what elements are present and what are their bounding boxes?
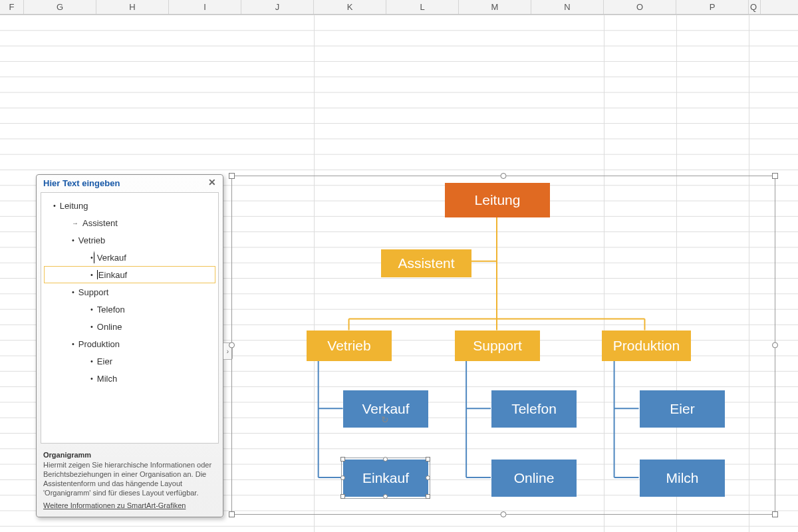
- text-pane-item-label: Eier: [97, 356, 112, 366]
- text-caret: [97, 270, 98, 279]
- text-pane-item-label: Milch: [97, 374, 117, 384]
- text-pane-list[interactable]: •Leitung→Assistent•Vetrieb•Verkauf•Einka…: [41, 192, 219, 444]
- column-header[interactable]: L: [386, 0, 459, 14]
- text-pane-item[interactable]: •Einkauf: [44, 266, 215, 283]
- rotate-handle[interactable]: ↻: [381, 414, 390, 424]
- resize-handle[interactable]: [229, 511, 235, 517]
- text-pane-item[interactable]: •Eier: [44, 352, 215, 370]
- org-node-verkauf[interactable]: Verkauf↻: [343, 390, 428, 428]
- selection-handle[interactable]: [426, 475, 430, 480]
- text-pane-item-label: Online: [97, 322, 122, 332]
- org-node-online[interactable]: Online: [491, 460, 577, 497]
- column-header[interactable]: M: [459, 0, 531, 14]
- text-pane-item-label: Telefon: [97, 305, 125, 315]
- text-pane-item[interactable]: •Leitung: [44, 197, 215, 214]
- text-pane-item[interactable]: •Milch: [44, 370, 215, 387]
- smartart-canvas[interactable]: Leitung Assistent Vetrieb Support Produk…: [231, 176, 775, 515]
- resize-handle[interactable]: [501, 173, 507, 179]
- column-header[interactable]: K: [314, 0, 386, 14]
- bullet-icon: •: [72, 236, 74, 244]
- org-node-einkauf[interactable]: Einkauf: [343, 460, 428, 497]
- bullet-icon: •: [90, 253, 93, 261]
- bullet-icon: •: [90, 374, 93, 382]
- text-pane-item[interactable]: •Online: [44, 318, 215, 335]
- column-header[interactable]: I: [169, 0, 241, 14]
- selection-handle[interactable]: [340, 457, 345, 462]
- org-node-vetrieb[interactable]: Vetrieb: [307, 331, 392, 361]
- text-pane-item-label: Leitung: [60, 201, 88, 211]
- description-link[interactable]: Weitere Informationen zu SmartArt-Grafik…: [43, 501, 186, 510]
- description-body: Hiermit zeigen Sie hierarchische Informa…: [43, 460, 216, 498]
- column-header[interactable]: O: [604, 0, 676, 14]
- column-header[interactable]: Q: [749, 0, 761, 14]
- resize-handle[interactable]: [772, 173, 778, 179]
- org-node-assistent[interactable]: Assistent: [381, 249, 471, 277]
- column-header[interactable]: G: [24, 0, 96, 14]
- smartart-text-pane[interactable]: Hier Text eingeben ✕ •Leitung→Assistent•…: [36, 174, 223, 517]
- org-node-eier[interactable]: Eier: [640, 390, 725, 428]
- text-pane-item[interactable]: →Assistent: [44, 214, 215, 231]
- resize-handle[interactable]: [229, 173, 235, 179]
- resize-handle[interactable]: [229, 342, 235, 348]
- selection-handle[interactable]: [383, 494, 388, 499]
- resize-handle[interactable]: [772, 511, 778, 517]
- resize-handle[interactable]: [501, 511, 507, 517]
- text-pane-item-label: Vetrieb: [78, 235, 105, 245]
- text-pane-item[interactable]: •Verkauf: [44, 249, 215, 266]
- bullet-icon: •: [90, 357, 93, 365]
- bullet-icon: •: [90, 305, 93, 313]
- selection-handle[interactable]: [426, 457, 430, 462]
- org-node-telefon[interactable]: Telefon: [491, 390, 577, 428]
- column-header[interactable]: N: [531, 0, 604, 14]
- org-node-support[interactable]: Support: [455, 331, 540, 361]
- org-node-leitung[interactable]: Leitung: [445, 183, 550, 217]
- text-pane-item-label: Verkauf: [97, 253, 126, 263]
- column-header[interactable]: H: [96, 0, 169, 14]
- column-header[interactable]: P: [676, 0, 749, 14]
- selection-handle[interactable]: [383, 457, 388, 462]
- column-headers: F G H I J K L M N O P Q: [0, 0, 798, 15]
- text-pane-item-label: Produktion: [78, 339, 120, 349]
- bullet-icon: •: [90, 271, 93, 279]
- description-title: Organigramm: [43, 450, 216, 460]
- selection-handle[interactable]: [340, 475, 345, 480]
- text-pane-item[interactable]: •Produktion: [44, 335, 215, 352]
- column-header[interactable]: F: [0, 0, 24, 14]
- text-pane-item[interactable]: •Vetrieb: [44, 231, 215, 249]
- text-pane-item-label: Assistent: [82, 218, 118, 228]
- text-pane-description: Organigramm Hiermit zeigen Sie hierarchi…: [37, 446, 223, 517]
- text-pane-title: Hier Text eingeben: [43, 178, 120, 188]
- text-pane-item[interactable]: •Telefon: [44, 301, 215, 318]
- bullet-icon: •: [72, 340, 74, 348]
- arrow-icon: →: [72, 219, 78, 227]
- selection-handle[interactable]: [426, 494, 430, 499]
- text-pane-item[interactable]: •Support: [44, 283, 215, 301]
- org-node-milch[interactable]: Milch: [640, 460, 725, 497]
- text-pane-item-label: Support: [78, 287, 109, 297]
- text-pane-item-label: Einkauf: [98, 270, 127, 280]
- column-header[interactable]: J: [241, 0, 314, 14]
- resize-handle[interactable]: [772, 342, 778, 348]
- bullet-icon: •: [72, 288, 74, 296]
- selection-handle[interactable]: [340, 494, 345, 499]
- bullet-icon: •: [53, 201, 56, 209]
- close-icon[interactable]: ✕: [207, 178, 217, 188]
- org-node-produktion[interactable]: Produktion: [602, 331, 691, 361]
- bullet-icon: •: [90, 323, 93, 331]
